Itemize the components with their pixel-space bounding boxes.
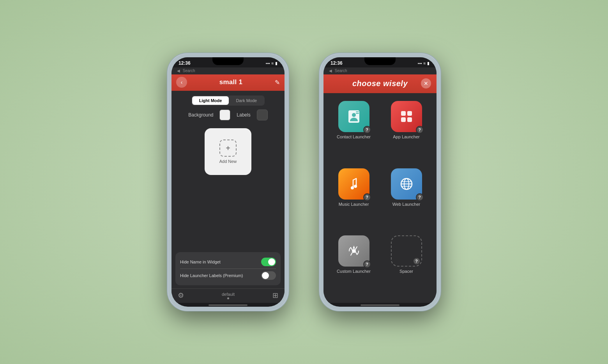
settings-icon[interactable]: ⚙ (178, 291, 184, 300)
battery-icon: ▮ (275, 61, 277, 65)
segment-control-1: Light Mode Dark Mode (191, 95, 265, 106)
custom-launcher-label: Custom Launcher (337, 269, 371, 274)
custom-question-badge: ? (363, 260, 371, 268)
music-launcher-icon: ? (338, 168, 369, 200)
launcher-item-app[interactable]: ? App Launcher (384, 101, 429, 161)
search-bar-2: ◀ Search (323, 67, 437, 74)
custom-svg (345, 242, 362, 260)
home-indicator-2 (361, 304, 399, 306)
spacer-launcher-icon: ? (391, 235, 422, 267)
launcher-item-music[interactable]: ? Music Launcher (331, 168, 376, 228)
svg-rect-5 (407, 111, 412, 116)
toggle-row-hide-labels: Hide Launcher Labels (Premium) (180, 269, 276, 282)
phone2-screen-body: ? Contact Launcher ? (323, 93, 437, 303)
toggle-thumb-2 (262, 272, 269, 279)
back-arrow-2: ◀ (329, 69, 332, 73)
toggle-thumb-1 (268, 258, 275, 265)
back-button-1[interactable]: ‹ (176, 77, 187, 88)
status-icons-2: ▪▪▪ ≈ ▮ (418, 61, 429, 65)
music-launcher-label: Music Launcher (339, 202, 369, 207)
widget-area-1: + Add New (171, 125, 285, 252)
custom-launcher-icon: ? (338, 235, 369, 267)
phone-1: 12:36 ▪▪▪ ≈ ▮ ◀ Search ‹ small 1 ✎ Light… (168, 53, 288, 311)
background-swatch[interactable] (219, 110, 230, 120)
spacer-launcher-label: Spacer (399, 269, 413, 274)
status-time-2: 12:36 (331, 60, 343, 66)
segment-light[interactable]: Light Mode (192, 96, 229, 105)
spacer-question-badge: ? (413, 257, 421, 265)
svg-rect-4 (401, 111, 406, 116)
svg-point-8 (351, 186, 354, 189)
status-time-1: 12:36 (179, 60, 191, 66)
contact-launcher-icon: ? (338, 101, 369, 132)
launcher-item-web[interactable]: ? Web Launcher (384, 168, 429, 228)
music-question-badge: ? (363, 193, 371, 201)
svg-point-9 (354, 185, 357, 188)
add-new-label: Add New (219, 159, 237, 164)
nav-title-1: small 1 (219, 78, 243, 86)
search-bar-1: ◀ Search (171, 67, 285, 74)
segment-dark[interactable]: Dark Mode (229, 96, 264, 105)
wifi-icon: ≈ (272, 61, 274, 65)
contact-svg (345, 108, 362, 125)
app-svg (398, 108, 415, 125)
signal-icon-2: ▪▪▪ (418, 61, 422, 65)
contact-launcher-label: Contact Launcher (337, 134, 371, 139)
nav-center-text: default (222, 292, 235, 297)
add-new-card[interactable]: + Add New (205, 128, 251, 175)
screen-body-1: Light Mode Dark Mode Background Labels +… (171, 91, 285, 303)
status-icons-1: ▪▪▪ ≈ ▮ (266, 61, 277, 65)
launcher-item-spacer[interactable]: ? Spacer (384, 235, 429, 295)
hide-labels-toggle[interactable] (261, 271, 276, 280)
nav-bar-1: ‹ small 1 ✎ (171, 74, 285, 91)
nav-dot (227, 297, 229, 299)
web-launcher-label: Web Launcher (392, 202, 420, 207)
web-launcher-icon: ? (391, 168, 422, 200)
home-indicator-1 (209, 304, 247, 306)
labels-label: Labels (237, 112, 250, 118)
toggle-group-1: Light Mode Dark Mode (171, 95, 285, 106)
close-button[interactable]: ✕ (421, 78, 431, 88)
bottom-nav-1: ⚙ default ⊞ (171, 288, 285, 303)
web-svg (398, 175, 415, 193)
svg-rect-6 (401, 117, 406, 122)
launcher-grid: ? Contact Launcher ? (323, 93, 437, 303)
toggle-row-hide-name: Hide Name in Widget (180, 255, 276, 269)
chooser-header: choose wisely ✕ (323, 74, 437, 93)
svg-point-1 (352, 113, 356, 117)
app-question-badge: ? (416, 126, 424, 134)
web-question-badge: ? (416, 193, 424, 201)
bottom-section-1: Hide Name in Widget Hide Launcher Labels… (175, 252, 281, 285)
music-svg (345, 175, 362, 193)
signal-icon: ▪▪▪ (266, 61, 270, 65)
labels-swatch[interactable] (257, 110, 268, 120)
chooser-title: choose wisely (352, 79, 408, 88)
battery-icon-2: ▮ (427, 61, 429, 65)
app-launcher-icon: ? (391, 101, 422, 132)
back-arrow-1: ◀ (177, 69, 180, 73)
edit-button-1[interactable]: ✎ (275, 79, 280, 86)
add-plus-icon: + (219, 140, 237, 157)
search-label-2: Search (335, 69, 347, 73)
contact-question-badge: ? (363, 126, 371, 134)
color-row-1: Background Labels (171, 110, 285, 120)
hide-name-label: Hide Name in Widget (180, 260, 221, 264)
launcher-item-custom[interactable]: ? Custom Launcher (331, 235, 376, 295)
notch-2 (364, 57, 396, 65)
phone-2: 12:36 ▪▪▪ ≈ ▮ ◀ Search choose wisely ✕ (320, 53, 440, 311)
background-label: Background (188, 112, 213, 118)
bottom-nav-center: default (222, 292, 235, 299)
wifi-icon-2: ≈ (424, 61, 426, 65)
svg-rect-7 (407, 117, 412, 122)
hide-name-toggle[interactable] (261, 258, 276, 266)
launcher-item-contact[interactable]: ? Contact Launcher (331, 101, 376, 161)
copy-icon[interactable]: ⊞ (272, 291, 278, 300)
app-launcher-label: App Launcher (393, 134, 420, 139)
search-label-1: Search (183, 69, 195, 73)
hide-labels-label: Hide Launcher Labels (Premium) (180, 273, 243, 278)
notch (212, 57, 244, 65)
